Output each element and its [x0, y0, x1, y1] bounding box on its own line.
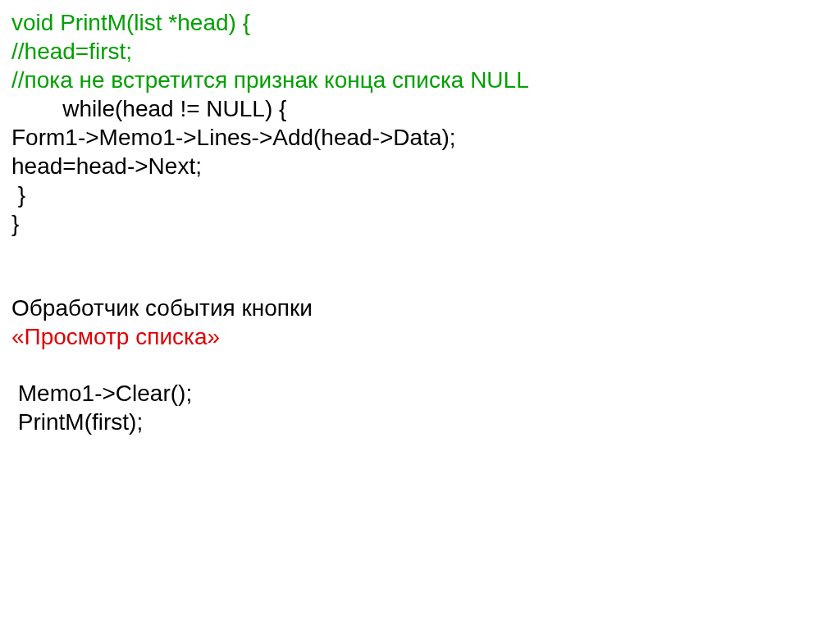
code-line-1: void PrintM(list *head) { — [11, 8, 829, 37]
heading-line-2: «Просмотр списка» — [11, 322, 829, 351]
spacer — [11, 266, 829, 294]
code-line-4: while(head != NULL) { — [11, 94, 829, 123]
snippet-line-2: PrintM(first); — [11, 408, 829, 436]
snippet-line-1: Memo1->Clear(); — [11, 379, 829, 408]
code-line-3: //пока не встретится признак конца списк… — [11, 66, 829, 94]
code-line-8: } — [11, 209, 829, 238]
code-line-2: //head=first; — [11, 37, 829, 66]
spacer — [11, 238, 829, 266]
code-line-5: Form1->Memo1->Lines->Add(head->Data); — [11, 123, 829, 152]
spacer — [11, 351, 829, 379]
heading-line-1: Обработчик события кнопки — [11, 294, 829, 322]
code-line-7: } — [11, 180, 829, 209]
code-line-6: head=head->Next; — [11, 152, 829, 180]
